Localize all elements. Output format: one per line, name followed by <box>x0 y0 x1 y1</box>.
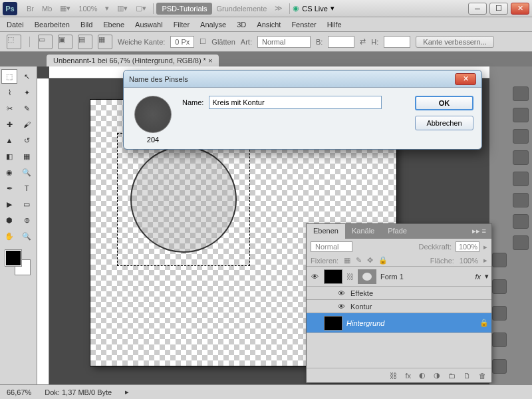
link-layers-icon[interactable]: ⛓ <box>390 372 397 380</box>
layer-row-selected[interactable]: Hintergrund 🔒 <box>307 313 491 333</box>
3d-camera-tool[interactable]: ⊚ <box>19 213 35 227</box>
status-flyout-icon[interactable]: ▸ <box>125 388 129 396</box>
panel-icon[interactable] <box>513 172 529 186</box>
swap-icon[interactable]: ⇄ <box>360 37 366 46</box>
dodge-tool[interactable]: 🔍 <box>19 165 35 180</box>
magic-wand-tool[interactable]: ✦ <box>19 85 35 100</box>
maximize-button[interactable]: ☐ <box>489 3 508 15</box>
panel-icon[interactable] <box>513 214 529 229</box>
fill-flyout-icon[interactable]: ▸ <box>483 256 487 265</box>
panel-icon[interactable] <box>513 129 529 144</box>
opacity-flyout-icon[interactable]: ▸ <box>483 243 487 251</box>
cslive-label[interactable]: CS Live <box>302 5 328 13</box>
layer-effects-row[interactable]: 👁 Effekte <box>307 287 491 300</box>
workspace-tab[interactable]: Grundelemente <box>216 5 267 13</box>
menu-bearbeiten[interactable]: Bearbeiten <box>35 21 70 29</box>
panel-icon[interactable] <box>513 235 529 250</box>
close-button[interactable]: ✕ <box>511 3 529 15</box>
panel-menu-icon[interactable]: ▸▸ ≡ <box>467 224 491 239</box>
pen-tool[interactable]: ✒ <box>1 181 17 196</box>
brush-tool[interactable]: 🖌 <box>19 117 35 132</box>
tab-pfade[interactable]: Pfade <box>381 224 414 239</box>
cancel-button[interactable]: Abbrechen <box>415 116 473 130</box>
view-extras-icon[interactable]: ▦▾ <box>60 4 70 13</box>
blend-mode-select[interactable]: Normal <box>311 241 352 252</box>
panel-icon[interactable] <box>492 279 507 294</box>
minibridge-icon[interactable]: Mb <box>42 5 52 13</box>
menu-ansicht[interactable]: Ansicht <box>257 21 281 29</box>
fill-input[interactable]: 100% <box>460 257 478 265</box>
adjustment-icon[interactable]: ◑ <box>434 371 440 380</box>
visibility-icon[interactable]: 👁 <box>309 273 320 281</box>
mask-thumb[interactable] <box>358 269 376 284</box>
panel-icon[interactable] <box>513 108 529 122</box>
layer-thumb[interactable] <box>324 316 342 331</box>
tab-kanaele[interactable]: Kanäle <box>345 224 381 239</box>
screenmode-icon[interactable]: ▢▾ <box>136 4 146 13</box>
hand-tool[interactable]: ✋ <box>1 229 17 243</box>
refine-edge-button[interactable]: Kante verbessern... <box>416 36 493 48</box>
arrange-icon[interactable]: ▥▾ <box>117 4 128 13</box>
menu-hilfe[interactable]: Hilfe <box>327 21 342 29</box>
heal-tool[interactable]: ✚ <box>1 117 17 132</box>
path-select-tool[interactable]: ▶ <box>1 197 17 211</box>
layer-effect-item[interactable]: 👁 Kontur <box>307 300 491 313</box>
panel-icon[interactable] <box>492 332 507 347</box>
menu-fenster[interactable]: Fenster <box>291 21 316 29</box>
type-tool[interactable]: T <box>19 181 35 196</box>
fx-toggle-icon[interactable]: ▾ <box>485 272 489 281</box>
eyedropper-tool[interactable]: ✎ <box>19 101 35 116</box>
new-layer-icon[interactable]: 🗋 <box>464 372 471 380</box>
shape-tool[interactable]: ▭ <box>19 197 35 211</box>
panel-icon[interactable] <box>492 306 507 321</box>
menu-ebene[interactable]: Ebene <box>103 21 124 29</box>
more-icon[interactable]: ≫ <box>275 4 283 13</box>
blur-tool[interactable]: ◉ <box>1 165 17 180</box>
minimize-button[interactable]: ─ <box>468 3 487 15</box>
move-tool[interactable]: ↖ <box>19 69 35 84</box>
group-icon[interactable]: 🗀 <box>448 372 456 380</box>
layer-thumb[interactable] <box>324 269 342 284</box>
lock-pixels-icon[interactable]: ✎ <box>356 256 362 265</box>
status-zoom[interactable]: 66,67% <box>7 388 31 396</box>
stamp-tool[interactable]: ▲ <box>1 133 17 148</box>
lock-all-icon[interactable]: 🔒 <box>378 256 388 265</box>
panel-icon[interactable] <box>492 359 507 374</box>
marquee-sub-icon[interactable]: ▤ <box>78 35 92 49</box>
document-tab[interactable]: Unbenannt-1 bei 66,7% (Hintergrund, RGB/… <box>47 55 219 66</box>
panel-icon[interactable] <box>513 86 529 101</box>
zoom-tool[interactable]: 🔍 <box>19 229 35 243</box>
crop-tool[interactable]: ✂ <box>1 101 17 116</box>
eraser-tool[interactable]: ◧ <box>1 149 17 164</box>
status-docinfo[interactable]: Dok: 1,37 MB/0 Byte <box>45 388 112 396</box>
style-select[interactable]: Normal <box>257 36 311 48</box>
dialog-titlebar[interactable]: Name des Pinsels ✕ <box>124 70 481 88</box>
hand-icon[interactable]: ▾ <box>105 4 109 13</box>
width-input[interactable] <box>328 36 354 48</box>
zoom-level[interactable]: 100% <box>78 5 97 13</box>
menu-filter[interactable]: Filter <box>174 21 190 29</box>
mask-icon[interactable]: ◐ <box>419 371 426 380</box>
visibility-icon[interactable]: 👁 <box>336 303 346 311</box>
opacity-input[interactable]: 100% <box>456 241 479 252</box>
marquee-add-icon[interactable]: ▣ <box>58 35 72 49</box>
height-input[interactable] <box>384 36 410 48</box>
ok-button[interactable]: OK <box>415 96 473 110</box>
link-icon[interactable]: ⛓ <box>346 273 354 281</box>
visibility-icon[interactable]: 👁 <box>336 289 346 297</box>
tab-close-icon[interactable]: × <box>208 57 212 65</box>
layer-row[interactable]: 👁 ⛓ Form 1 fx ▾ <box>307 267 491 287</box>
fx-badge[interactable]: fx <box>475 273 481 281</box>
antialias-checkbox[interactable]: ☐ <box>200 37 206 46</box>
panel-icon[interactable] <box>513 150 529 165</box>
brush-name-input[interactable] <box>209 96 382 109</box>
marquee-tool[interactable]: ⬚ <box>1 69 17 84</box>
trash-icon[interactable]: 🗑 <box>479 372 486 380</box>
cslive-dropdown-icon[interactable]: ▾ <box>331 4 334 13</box>
gradient-tool[interactable]: ▦ <box>19 149 35 164</box>
foreground-color[interactable] <box>5 250 21 266</box>
history-brush-tool[interactable]: ↺ <box>19 133 35 148</box>
lock-transparency-icon[interactable]: ▦ <box>344 256 350 265</box>
color-swatches[interactable] <box>5 250 32 277</box>
3d-tool[interactable]: ⬢ <box>1 213 17 227</box>
